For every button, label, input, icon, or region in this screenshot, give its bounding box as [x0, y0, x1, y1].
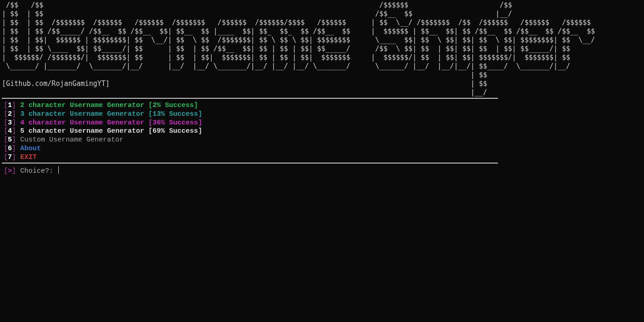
menu-list: [1] 2 character Username Generator [2% S…: [2, 102, 642, 162]
menu-label: 2 character Username Generator [2% Succe…: [20, 102, 198, 109]
menu-label: EXIT: [20, 153, 37, 161]
menu-label: 4 character Username Generator [36% Succ…: [20, 119, 202, 127]
menu-item-4[interactable]: [4] 5 character Username Generator [69% …: [4, 127, 640, 136]
menu-item-1[interactable]: [1] 2 character Username Generator [2% S…: [4, 102, 640, 110]
menu-number: 1: [8, 102, 12, 109]
menu-label: 5 character Username Generator [69% Succ…: [20, 127, 202, 135]
divider-bottom: [2, 163, 498, 164]
menu-item-2[interactable]: [2] 3 character Username Generator [13% …: [4, 110, 640, 119]
menu-label: About: [20, 145, 41, 153]
menu-label: Custom Username Generator: [20, 136, 124, 144]
menu-number: 4: [8, 127, 12, 135]
menu-number: 2: [8, 110, 12, 118]
menu-item-3[interactable]: [3] 4 character Username Generator [36% …: [4, 119, 640, 128]
menu-item-5[interactable]: [5] Custom Username Generator: [4, 136, 640, 145]
input-prompt[interactable]: [>] Choice?:: [2, 166, 642, 176]
menu-label: 3 character Username Generator [13% Succ…: [20, 110, 202, 118]
menu-number: 6: [8, 145, 12, 153]
menu-number: 7: [8, 153, 12, 161]
menu-item-7[interactable]: [7] EXIT: [4, 153, 640, 162]
ascii-banner: /$$ /$$ /$$$$$$ /$$ | $$ | $$: [2, 1, 642, 97]
menu-number: 5: [8, 136, 12, 144]
menu-item-6[interactable]: [6] About: [4, 145, 640, 153]
divider-top: [2, 98, 498, 99]
menu-number: 3: [8, 119, 12, 127]
text-cursor: [58, 166, 59, 174]
